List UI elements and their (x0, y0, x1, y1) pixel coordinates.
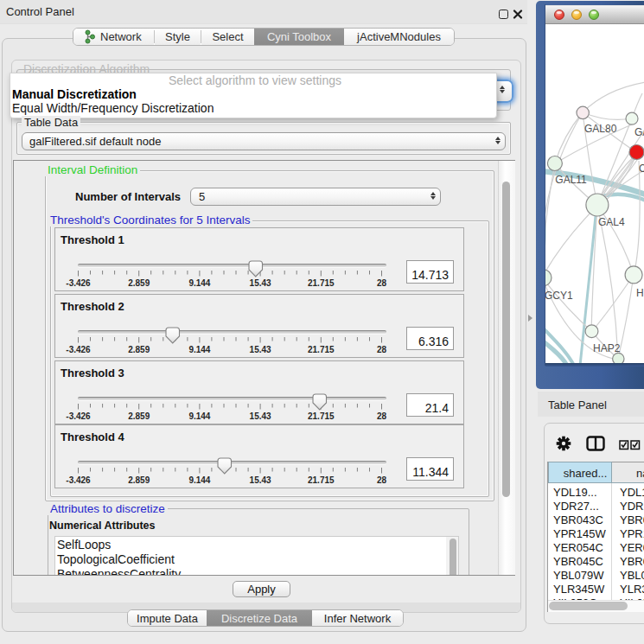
svg-text:GCY1: GCY1 (545, 290, 573, 302)
svg-text:HAP2: HAP2 (593, 342, 621, 354)
svg-text:GAL11: GAL11 (555, 174, 587, 186)
svg-text:GAL80: GAL80 (584, 123, 617, 135)
svg-text:HIS4: HIS4 (636, 287, 644, 299)
svg-text:GAL2: GAL2 (634, 126, 644, 138)
svg-text:CDC19: CDC19 (639, 163, 644, 175)
svg-text:GAL4: GAL4 (598, 216, 625, 228)
